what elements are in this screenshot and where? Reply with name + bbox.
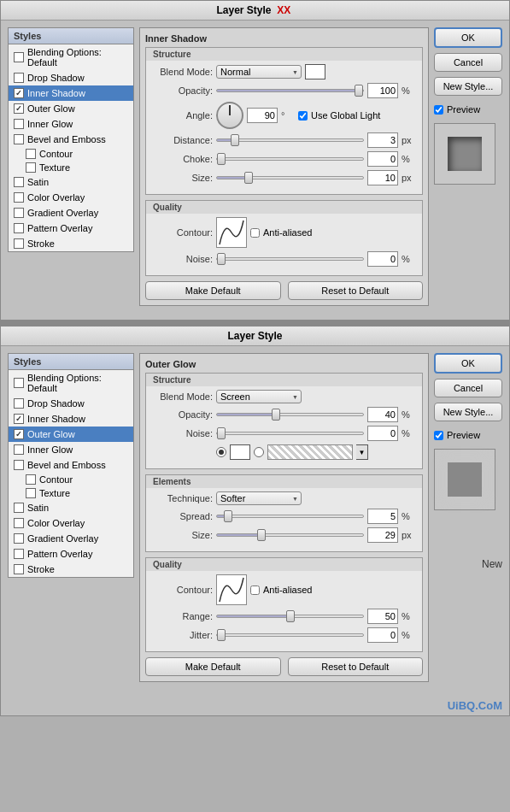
sidebar-item-satin[interactable]: Satin <box>9 174 133 190</box>
size-input-1[interactable] <box>367 170 398 185</box>
distance-input-1[interactable] <box>367 132 398 148</box>
ok-button-1[interactable]: OK <box>434 27 502 48</box>
sidebar-item-2-contour[interactable]: Contour <box>9 473 133 486</box>
cb-stroke[interactable] <box>14 238 24 249</box>
range-slider-2[interactable] <box>216 615 364 618</box>
cb-texture[interactable] <box>26 162 36 173</box>
cb-inner-glow[interactable] <box>14 119 24 129</box>
blend-mode-swatch-1[interactable] <box>305 64 325 79</box>
sidebar-item-2-stroke[interactable]: Stroke <box>9 562 133 577</box>
sidebar-item-inner-glow[interactable]: Inner Glow <box>9 116 133 132</box>
contour-preview-1[interactable] <box>216 217 247 248</box>
cb-blending-options[interactable] <box>14 52 24 62</box>
sidebar-item-pattern-overlay[interactable]: Pattern Overlay <box>9 221 133 236</box>
noise-slider-2-struct[interactable] <box>216 432 364 435</box>
cb2-bevel-emboss[interactable] <box>14 460 24 470</box>
reset-to-default-button-1[interactable]: Reset to Default <box>288 281 424 300</box>
cb-gradient-overlay[interactable] <box>14 208 24 218</box>
sidebar-item-2-inner-shadow[interactable]: Inner Shadow <box>9 411 133 427</box>
sidebar-item-outer-glow[interactable]: Outer Glow <box>9 101 133 116</box>
cb2-color-overlay[interactable] <box>14 518 24 528</box>
spread-input-2[interactable] <box>367 509 398 524</box>
cb2-inner-shadow[interactable] <box>14 414 24 424</box>
choke-input-1[interactable] <box>367 151 398 167</box>
cb2-texture[interactable] <box>26 488 36 498</box>
choke-slider-1[interactable] <box>216 157 364 161</box>
cancel-button-2[interactable]: Cancel <box>434 379 502 397</box>
reset-to-default-button-2[interactable]: Reset to Default <box>288 657 424 676</box>
noise-input-2-struct[interactable] <box>367 426 398 441</box>
sidebar-item-texture[interactable]: Texture <box>9 161 133 174</box>
blend-mode-select-1[interactable]: Normal <box>216 65 302 79</box>
sidebar-item-2-blending-options[interactable]: Blending Options: Default <box>9 370 133 396</box>
sidebar-item-2-outer-glow[interactable]: Outer Glow <box>9 427 133 442</box>
color-swatch-solid-2[interactable] <box>230 444 250 460</box>
contour-preview-2[interactable] <box>216 574 247 605</box>
sidebar-item-drop-shadow[interactable]: Drop Shadow <box>9 70 133 85</box>
preview-cb-1[interactable] <box>434 105 443 115</box>
angle-dial-1[interactable] <box>216 102 243 129</box>
new-style-button-1[interactable]: New Style... <box>434 77 502 96</box>
sidebar-item-2-pattern-overlay[interactable]: Pattern Overlay <box>9 546 133 562</box>
make-default-button-2[interactable]: Make Default <box>145 657 281 676</box>
sidebar-item-2-satin[interactable]: Satin <box>9 500 133 515</box>
sidebar-item-stroke[interactable]: Stroke <box>9 236 133 251</box>
opacity-input-1[interactable] <box>367 83 398 98</box>
gradient-arrow-2[interactable]: ▼ <box>356 444 368 460</box>
sidebar-item-inner-shadow[interactable]: Inner Shadow <box>9 85 133 101</box>
cb-outer-glow[interactable] <box>14 103 24 114</box>
spread-slider-2[interactable] <box>216 515 364 518</box>
size-slider-1[interactable] <box>216 176 364 179</box>
cb2-outer-glow[interactable] <box>14 429 24 439</box>
range-input-2[interactable] <box>367 609 398 624</box>
sidebar-item-blending-options[interactable]: Blending Options: Default <box>9 44 133 70</box>
cb2-pattern-overlay[interactable] <box>14 549 24 559</box>
new-style-button-2[interactable]: New Style... <box>434 403 502 421</box>
jitter-slider-2[interactable] <box>216 633 364 637</box>
opacity-input-2[interactable] <box>367 407 398 422</box>
cb-pattern-overlay[interactable] <box>14 223 24 233</box>
noise-slider-1[interactable] <box>216 257 364 261</box>
use-global-light-cb-1[interactable] <box>298 111 308 121</box>
cb2-satin[interactable] <box>14 503 24 513</box>
sidebar-item-bevel-emboss[interactable]: Bevel and Emboss <box>9 132 133 147</box>
anti-aliased-cb-1[interactable] <box>250 228 260 238</box>
noise-input-1[interactable] <box>367 251 398 267</box>
sidebar-item-2-color-overlay[interactable]: Color Overlay <box>9 515 133 531</box>
preview-cb-2[interactable] <box>434 431 443 440</box>
color-swatch-gradient-2[interactable] <box>267 444 353 460</box>
sidebar-item-2-gradient-overlay[interactable]: Gradient Overlay <box>9 531 133 546</box>
sidebar-item-color-overlay[interactable]: Color Overlay <box>9 190 133 205</box>
opacity-slider-2[interactable] <box>216 413 364 416</box>
cb2-gradient-overlay[interactable] <box>14 533 24 544</box>
jitter-input-2[interactable] <box>367 627 398 643</box>
radio-solid-2[interactable] <box>216 447 226 457</box>
cb-contour[interactable] <box>26 149 36 159</box>
cb-color-overlay[interactable] <box>14 192 24 203</box>
cancel-button-1[interactable]: Cancel <box>434 53 502 72</box>
size-slider-2[interactable] <box>216 533 364 537</box>
cb2-drop-shadow[interactable] <box>14 398 24 409</box>
cb2-contour[interactable] <box>26 474 36 485</box>
sidebar-item-gradient-overlay[interactable]: Gradient Overlay <box>9 205 133 221</box>
cb2-inner-glow[interactable] <box>14 444 24 455</box>
cb-satin[interactable] <box>14 177 24 187</box>
cb2-stroke[interactable] <box>14 564 24 574</box>
angle-input-1[interactable] <box>247 108 278 123</box>
cb2-blending-options[interactable] <box>14 378 24 388</box>
technique-select-2[interactable]: Softer Precise <box>216 491 302 505</box>
cb-drop-shadow[interactable] <box>14 73 24 83</box>
size-input-2[interactable] <box>367 527 398 543</box>
radio-gradient-2[interactable] <box>254 447 264 457</box>
cb-inner-shadow[interactable] <box>14 88 24 98</box>
make-default-button-1[interactable]: Make Default <box>145 281 281 300</box>
sidebar-item-2-texture[interactable]: Texture <box>9 486 133 500</box>
sidebar-item-2-drop-shadow[interactable]: Drop Shadow <box>9 396 133 411</box>
distance-slider-1[interactable] <box>216 138 364 142</box>
sidebar-item-2-inner-glow[interactable]: Inner Glow <box>9 442 133 457</box>
opacity-slider-1[interactable] <box>216 89 364 92</box>
anti-aliased-cb-2[interactable] <box>250 585 260 595</box>
blend-mode-select-2[interactable]: Screen <box>216 390 302 403</box>
sidebar-item-contour[interactable]: Contour <box>9 147 133 161</box>
ok-button-2[interactable]: OK <box>434 353 502 374</box>
